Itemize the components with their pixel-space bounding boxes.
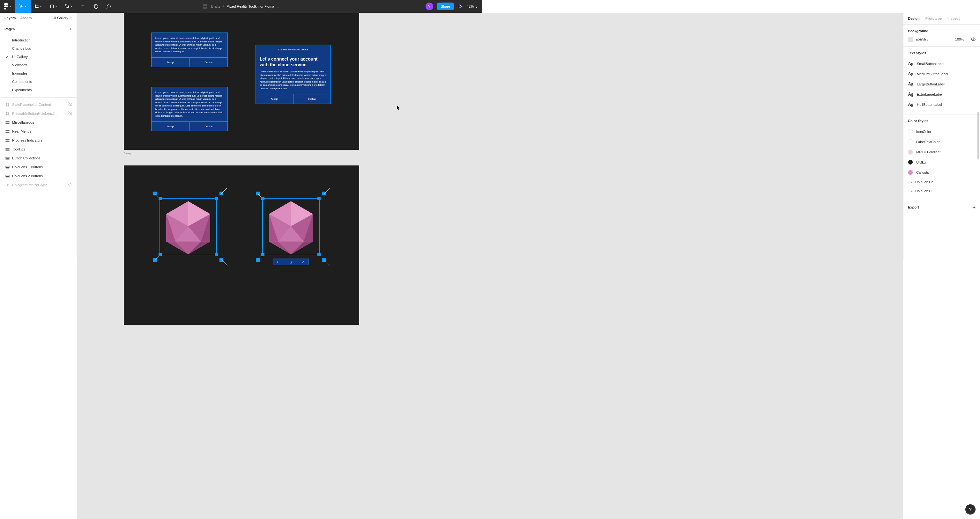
svg-rect-3: [203, 7, 205, 9]
visibility-icon[interactable]: [68, 111, 72, 116]
document-title-group[interactable]: Drafts / Mixed Reality Toolkit for Figma…: [203, 4, 280, 9]
layer-label: HoloLens 2 Buttons: [12, 174, 43, 178]
page-selector-label: UI Gallery: [52, 16, 68, 20]
layer-item[interactable]: HoloLens 2 Buttons: [0, 171, 76, 181]
present-button[interactable]: [458, 4, 463, 9]
move-tool-button[interactable]: ▾: [15, 0, 30, 13]
svg-rect-15: [6, 159, 9, 159]
add-page-button[interactable]: +: [70, 27, 72, 32]
page-item[interactable]: Examples: [0, 69, 76, 78]
bounding-box: [256, 192, 326, 259]
hand-tool-button[interactable]: [89, 0, 102, 13]
accept-button[interactable]: Accept: [256, 94, 293, 103]
text-tool-button[interactable]: [76, 0, 89, 13]
layer-item[interactable]: HoloLens 1 Buttons: [0, 163, 76, 171]
layer-type-icon: [5, 147, 10, 151]
document-title: Mixed Reality Toolkit for Figma: [226, 5, 274, 8]
svg-rect-9: [6, 132, 9, 132]
app-icon: [203, 4, 207, 9]
frame-dialogs[interactable]: Lorem ipsum dolor sit amet, consectetuer…: [124, 13, 359, 150]
tab-layers[interactable]: Layers: [5, 16, 16, 20]
layer-label: Button Collections: [12, 156, 40, 160]
page-item[interactable]: Change Log: [0, 44, 76, 52]
layer-label: SlatePlaceholderContent: [12, 103, 51, 106]
chevron-down-icon: ▾: [71, 5, 72, 8]
chevron-down-icon: ▾: [40, 5, 41, 8]
canvas[interactable]: Lorem ipsum dolor sit amet, consectetuer…: [77, 13, 482, 259]
layer-item[interactable]: PressableButtonHoloLens2_...: [0, 109, 76, 118]
layer-label: HoloLens 1 Buttons: [12, 165, 43, 169]
layer-type-icon: [5, 156, 10, 160]
page-item[interactable]: Viewports: [0, 61, 76, 69]
dialog-buttons: Accept Decline: [151, 57, 228, 67]
layer-label: HologramResizeGlyph: [12, 183, 47, 187]
figma-logo-icon: [4, 3, 8, 10]
chevron-down-icon: ▾: [56, 5, 57, 8]
layer-type-icon: [5, 138, 10, 143]
svg-rect-17: [6, 167, 9, 168]
decline-button[interactable]: Decline: [293, 94, 331, 103]
chevron-down-icon: ▾: [10, 5, 11, 8]
chevron-up-icon: ⌃: [70, 16, 72, 19]
page-item[interactable]: Experiments: [0, 86, 76, 94]
frame-tool-button[interactable]: ▾: [30, 0, 46, 13]
tab-assets[interactable]: Assets: [20, 16, 32, 20]
chevron-down-icon: ⌄: [475, 5, 478, 9]
zoom-value: 42%: [467, 5, 474, 8]
pages-header: Pages +: [0, 23, 76, 35]
decline-button[interactable]: Decline: [190, 58, 228, 67]
page-item[interactable]: Components: [0, 78, 76, 86]
svg-rect-11: [6, 141, 9, 141]
visibility-icon[interactable]: [68, 183, 72, 187]
pages-list: IntroductionChange LogUI GalleryViewport…: [0, 35, 76, 97]
figma-menu-button[interactable]: ▾: [0, 0, 15, 13]
comment-tool-button[interactable]: [102, 0, 115, 13]
svg-rect-18: [6, 175, 9, 176]
pen-tool-button[interactable]: ▾: [61, 0, 76, 13]
hologram-2[interactable]: › ⬚ ✕: [256, 192, 326, 259]
dialog-body: Lorem ipsum dolor sit amet, consectetuer…: [256, 68, 331, 94]
frame-holograms[interactable]: › ⬚ ✕: [124, 165, 359, 259]
layer-item[interactable]: SlatePlaceholderContent: [0, 100, 76, 109]
layer-type-icon: [5, 174, 10, 178]
hologram-toolbar[interactable]: › ⬚ ✕: [273, 259, 309, 259]
page-item[interactable]: UI Gallery: [0, 52, 76, 61]
layer-item[interactable]: THologramResizeGlyph: [0, 181, 76, 189]
layer-label: Progress Indicators: [12, 138, 43, 142]
svg-rect-19: [6, 176, 9, 177]
avatar[interactable]: Y: [426, 3, 433, 10]
page-item[interactable]: Introduction: [0, 36, 76, 44]
layer-item[interactable]: Miscellaneous: [0, 118, 76, 127]
pages-label: Pages: [5, 27, 15, 31]
layer-label: PressableButtonHoloLens2_...: [12, 111, 60, 116]
layers-list: SlatePlaceholderContentPressableButtonHo…: [0, 97, 76, 259]
visibility-icon[interactable]: [68, 102, 72, 107]
layer-item[interactable]: Button Collections: [0, 154, 76, 163]
accept-button[interactable]: Accept: [151, 58, 190, 67]
decline-button[interactable]: Decline: [190, 122, 228, 131]
left-panel-tabs: Layers Assets UI Gallery ⌃: [0, 13, 76, 23]
dialog-buttons: Accept Decline: [151, 121, 228, 131]
layer-item[interactable]: Progress Indicators: [0, 136, 76, 145]
zoom-selector[interactable]: 42%⌄: [467, 5, 478, 9]
shape-tool-button[interactable]: ▾: [46, 0, 61, 13]
layer-type-icon: [5, 111, 10, 116]
dialog-small-1[interactable]: Lorem ipsum dolor sit amet, consectetuer…: [151, 33, 228, 67]
layer-label: ToolTips: [12, 147, 25, 151]
layer-item[interactable]: Near Menus: [0, 127, 76, 136]
hologram-1[interactable]: [153, 192, 223, 259]
dialog-cloud[interactable]: Connect to the cloud service Let's conne…: [256, 44, 331, 104]
svg-rect-14: [6, 157, 9, 158]
bounding-box: [153, 192, 223, 259]
svg-rect-12: [6, 148, 9, 149]
share-button[interactable]: Share: [437, 3, 454, 10]
frame-label[interactable]: Dialog: [124, 152, 131, 155]
dialog-small-2[interactable]: Lorem ipsum dolor sit amet, consectetuer…: [151, 87, 228, 131]
accept-button[interactable]: Accept: [151, 122, 190, 131]
svg-rect-4: [205, 7, 207, 9]
layer-type-icon: [5, 165, 10, 169]
layer-item[interactable]: ToolTips: [0, 145, 76, 154]
page-selector[interactable]: UI Gallery ⌃: [52, 16, 72, 20]
cursor-icon: [396, 105, 401, 110]
svg-rect-10: [6, 139, 9, 140]
